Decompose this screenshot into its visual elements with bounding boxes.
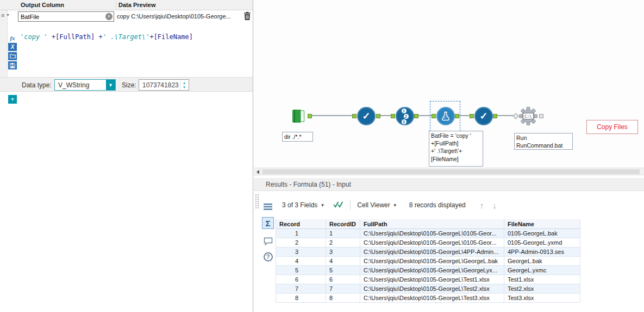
cell-recordid[interactable]: 7: [326, 284, 360, 293]
input-anchor[interactable]: [470, 114, 474, 118]
output-anchor[interactable]: [376, 114, 380, 118]
help-icon[interactable]: ?: [262, 251, 274, 263]
cell-recordid[interactable]: 4: [326, 257, 360, 265]
row-gutter: [0, 10, 8, 77]
input-anchor[interactable]: [432, 114, 436, 118]
save-icon[interactable]: [8, 61, 17, 69]
open-folder-icon[interactable]: [8, 52, 17, 60]
results-table: Record RecordID FullPath FileName 1 1 C:…: [276, 219, 580, 303]
cell-record[interactable]: 6: [276, 275, 326, 284]
cell-filename[interactable]: Test2.xlsx: [504, 284, 580, 293]
cell-recordid[interactable]: 3: [326, 247, 360, 256]
cell-filename[interactable]: 0105-GeorgeL.bak: [504, 229, 580, 238]
cell-filename[interactable]: 0105-GeorgeL.yxmd: [504, 238, 580, 247]
output-anchor[interactable]: [493, 114, 497, 118]
h-scrollbar[interactable]: [254, 168, 644, 175]
spinner-buttons[interactable]: ▲ ▼: [180, 80, 188, 90]
select-tool[interactable]: ✓: [357, 107, 376, 125]
workflow-canvas[interactable]: ✓ 1 2 3 ✓: [254, 0, 644, 168]
cell-record[interactable]: 5: [276, 266, 326, 275]
output-anchor[interactable]: [414, 114, 418, 118]
scroll-up-icon[interactable]: ↑: [480, 201, 484, 210]
digit-3: 3: [402, 119, 407, 124]
toolbar-divider: [350, 200, 351, 210]
column-header-record[interactable]: Record: [276, 219, 326, 228]
cell-recordid[interactable]: 8: [326, 294, 360, 302]
cell-viewer-dropdown[interactable]: Cell Viewer ▼: [357, 201, 397, 209]
fx-icon[interactable]: fx: [8, 34, 17, 42]
fields-dropdown[interactable]: 3 of 3 Fields ▼: [282, 201, 324, 209]
directory-annotation[interactable]: dir ./*.*: [282, 132, 313, 142]
comment-box[interactable]: Copy Files: [586, 120, 638, 134]
formula-expression[interactable]: 'copy ' +[FullPath] +' .\Target\'+[FileN…: [20, 33, 193, 41]
connector-wire[interactable]: [497, 115, 514, 116]
cell-fullpath[interactable]: C:\Users\jqiu\Desktop\0105-GeorgeL\0105-…: [360, 238, 504, 247]
cell-fullpath[interactable]: C:\Users\jqiu\Desktop\0105-GeorgeL\Test1…: [360, 275, 504, 284]
chevron-down-icon[interactable]: ▼: [106, 80, 115, 90]
trash-icon: [243, 12, 251, 21]
output-anchor[interactable]: [455, 114, 459, 118]
connector-wire[interactable]: [459, 115, 470, 116]
output-column-header: Output Column: [21, 2, 64, 8]
connector-wire[interactable]: [380, 115, 391, 116]
cell-filename[interactable]: GeorgeL.bak: [504, 257, 580, 265]
cell-filename[interactable]: GeorgeL.yxmc: [504, 266, 580, 275]
cell-filename[interactable]: 4PP-Admin-0913.ses: [504, 247, 580, 256]
output-anchor[interactable]: [539, 114, 543, 118]
summary-view-icon[interactable]: Σ: [262, 217, 274, 229]
cell-filename[interactable]: Test3.xlsx: [504, 294, 580, 302]
directory-tool[interactable]: [290, 107, 307, 127]
cell-record[interactable]: 2: [276, 238, 326, 247]
output-anchor[interactable]: [308, 114, 312, 118]
select-tool-2[interactable]: ✓: [474, 107, 493, 125]
results-panel: Results - Formula (51) - Input Σ ? 3 of …: [254, 175, 644, 312]
formula-annotation[interactable]: BatFile = 'copy ' +[FullPath] +' .\Targe…: [429, 131, 483, 167]
cell-fullpath[interactable]: C:\Users\jqiu\Desktop\0105-GeorgeL\0105-…: [360, 229, 504, 238]
input-anchor[interactable]: [352, 114, 357, 118]
row-drag-handle[interactable]: ≡ ▾: [1, 11, 9, 19]
cell-recordid[interactable]: 1: [326, 229, 360, 238]
cell-recordid[interactable]: 5: [326, 266, 360, 275]
clear-icon[interactable]: ×: [105, 13, 112, 20]
formula-tool[interactable]: [436, 107, 455, 125]
cell-record[interactable]: 1: [276, 229, 326, 238]
data-type-dropdown[interactable]: V_WString ▼: [54, 79, 116, 91]
cell-fullpath[interactable]: C:\Users\jqiu\Desktop\0105-GeorgeL\Test2…: [360, 284, 504, 293]
run-command-annotation[interactable]: Run RunCommand.bat: [514, 133, 573, 150]
scroll-down-icon[interactable]: ↓: [492, 201, 497, 210]
grid-view-icon[interactable]: [262, 201, 274, 213]
cell-fullpath[interactable]: C:\Users\jqiu\Desktop\0105-GeorgeL\Test3…: [360, 294, 504, 302]
chevron-down-icon: ▼: [320, 203, 324, 208]
output-column-input[interactable]: [18, 11, 114, 22]
cell-recordid[interactable]: 6: [326, 275, 360, 284]
variables-icon[interactable]: X: [8, 43, 17, 51]
column-header-fullpath[interactable]: FullPath: [360, 219, 504, 228]
input-anchor[interactable]: [512, 113, 518, 119]
spinner-down-icon[interactable]: ▼: [183, 85, 186, 90]
size-input[interactable]: [139, 80, 179, 90]
cell-recordid[interactable]: 2: [326, 238, 360, 247]
column-header-recordid[interactable]: RecordID: [326, 219, 360, 228]
delete-column-button[interactable]: [243, 12, 251, 21]
cell-record[interactable]: 3: [276, 247, 326, 256]
header-divider: [116, 1, 116, 9]
input-anchor[interactable]: [391, 114, 395, 118]
panel-drag-handle[interactable]: [255, 194, 259, 208]
run-command-tool[interactable]: C:\: [518, 106, 538, 128]
spinner-up-icon[interactable]: ▲: [183, 81, 186, 85]
column-header-filename[interactable]: FileName: [504, 219, 580, 228]
cell-filename[interactable]: Test1.xlsx: [504, 275, 580, 284]
scroll-left-button[interactable]: [254, 168, 262, 175]
cell-fullpath[interactable]: C:\Users\jqiu\Desktop\0105-GeorgeL\4PP-A…: [360, 247, 504, 256]
add-column-button[interactable]: +: [8, 95, 17, 104]
scrollbar-thumb[interactable]: [262, 169, 640, 174]
cell-record[interactable]: 8: [276, 294, 326, 302]
cell-fullpath[interactable]: C:\Users\jqiu\Desktop\0105-GeorgeL\Georg…: [360, 266, 504, 275]
messages-icon[interactable]: [262, 235, 274, 247]
cell-fullpath[interactable]: C:\Users\jqiu\Desktop\0105-GeorgeL\Georg…: [360, 257, 504, 265]
connector-wire[interactable]: [312, 115, 352, 116]
apply-checks-icon[interactable]: [333, 201, 343, 209]
cell-record[interactable]: 4: [276, 257, 326, 265]
recordid-tool[interactable]: 1 2 3: [396, 107, 414, 125]
cell-record[interactable]: 7: [276, 284, 326, 293]
